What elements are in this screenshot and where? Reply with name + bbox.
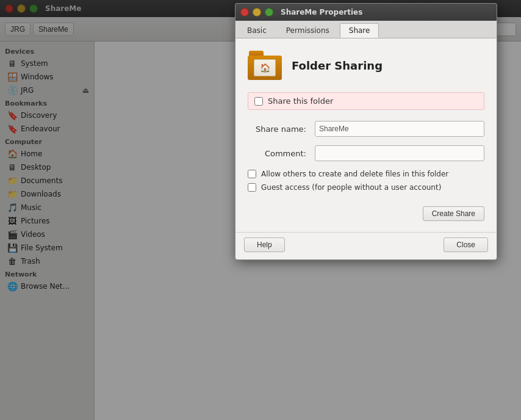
folder-icon-large: 🏠	[248, 51, 282, 80]
guest-access-checkbox[interactable]	[248, 183, 256, 192]
close-dialog-button[interactable]: Close	[444, 237, 488, 252]
comment-row: Comment:	[248, 145, 484, 161]
properties-dialog: ShareMe Properties Basic Permissions Sha…	[235, 3, 497, 260]
allow-others-checkbox[interactable]	[248, 170, 256, 178]
comment-label: Comment:	[248, 149, 315, 158]
folder-paper-icon: 🏠	[260, 63, 270, 73]
guest-access-label: Guest access (for people without a user …	[261, 183, 441, 192]
folder-paper: 🏠	[254, 59, 276, 76]
share-this-folder-checkbox[interactable]	[254, 97, 263, 106]
tab-basic[interactable]: Basic	[238, 23, 276, 38]
share-folder-row: Share this folder	[248, 92, 484, 110]
create-share-button[interactable]: Create Share	[423, 206, 484, 221]
share-name-input[interactable]	[315, 121, 484, 137]
share-name-row: Share name:	[248, 121, 484, 137]
checkboxes-section: Allow others to create and delete files …	[248, 170, 484, 192]
folder-back: 🏠	[248, 56, 282, 80]
dialog-content: 🏠 Folder Sharing Share this folder Share…	[235, 38, 497, 230]
guest-access-row: Guest access (for people without a user …	[248, 183, 484, 192]
folder-sharing-title: Folder Sharing	[292, 59, 383, 72]
dialog-close-button[interactable]	[240, 8, 249, 16]
share-name-label: Share name:	[248, 125, 315, 134]
help-button[interactable]: Help	[244, 237, 285, 252]
dialog-titlebar: ShareMe Properties	[235, 4, 497, 21]
dialog-maximize-button[interactable]	[265, 8, 273, 16]
dialog-tabs: Basic Permissions Share	[235, 21, 497, 38]
share-folder-label: Share this folder	[268, 96, 333, 106]
allow-others-row: Allow others to create and delete files …	[248, 170, 484, 178]
tab-permissions[interactable]: Permissions	[277, 23, 339, 38]
tab-share[interactable]: Share	[340, 23, 379, 38]
folder-tab	[249, 51, 264, 56]
allow-others-label: Allow others to create and delete files …	[261, 170, 448, 178]
dialog-minimize-button[interactable]	[253, 8, 261, 16]
folder-header: 🏠 Folder Sharing	[248, 51, 484, 80]
dialog-title: ShareMe Properties	[281, 8, 362, 16]
create-share-row: Create Share	[248, 201, 484, 223]
comment-input[interactable]	[315, 145, 484, 161]
dialog-footer: Help Close	[235, 232, 497, 259]
